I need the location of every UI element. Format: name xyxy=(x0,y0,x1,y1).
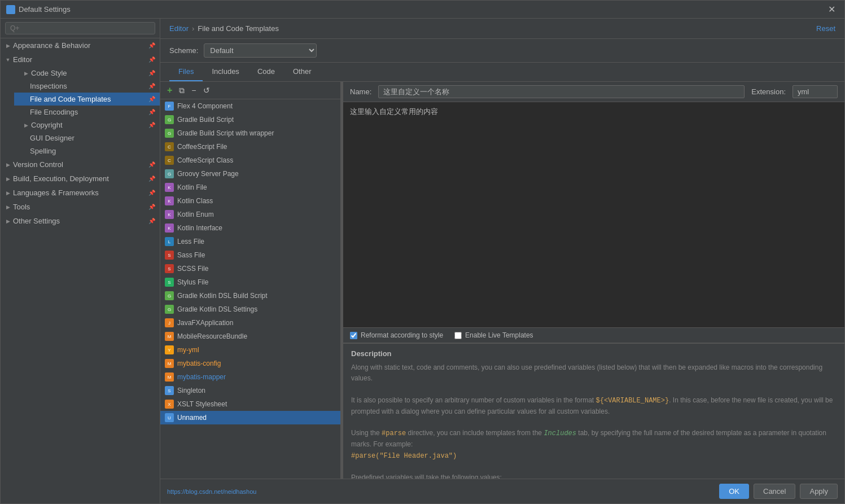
file-list-panel: + ⧉ − ↺ F Flex 4 Component G Gradle Buil… xyxy=(160,82,341,479)
add-template-button[interactable]: + xyxy=(165,84,174,97)
breadcrumb-parent[interactable]: Editor xyxy=(169,24,189,33)
tab-includes[interactable]: Includes xyxy=(203,63,248,81)
groovy-icon: G xyxy=(165,169,174,178)
tab-code[interactable]: Code xyxy=(248,63,284,81)
file-item-kotlin-file[interactable]: K Kotlin File xyxy=(160,181,340,194)
file-item-gradle-kotlin-settings[interactable]: G Gradle Kotlin DSL Settings xyxy=(160,303,340,316)
file-item-groovy[interactable]: G Groovy Server Page xyxy=(160,167,340,181)
sidebar-item-file-and-code-templates[interactable]: File and Code Templates 📌 xyxy=(14,93,160,106)
file-item-name: Flex 4 Component xyxy=(177,102,233,110)
description-text: Along with static text, code and comment… xyxy=(351,362,837,479)
gradle-icon: G xyxy=(165,115,174,124)
file-item-singleton[interactable]: S Singleton xyxy=(160,384,340,397)
file-item-javafx[interactable]: J JavaFXApplication xyxy=(160,316,340,330)
sidebar-item-spelling[interactable]: Spelling xyxy=(14,144,160,157)
search-input[interactable] xyxy=(5,22,155,34)
file-item-kotlin-enum[interactable]: K Kotlin Enum xyxy=(160,208,340,221)
file-item-name: CoffeeScript Class xyxy=(177,156,233,164)
file-item-name: Groovy Server Page xyxy=(177,170,239,178)
reformat-checkbox-input[interactable] xyxy=(350,332,357,339)
description-text4: Predefined variables will take the follo… xyxy=(351,474,502,479)
file-item-gradle-build[interactable]: G Gradle Build Script xyxy=(160,113,340,126)
file-item-unnamed[interactable]: U Unnamed xyxy=(160,411,340,424)
sidebar-item-label: Code Style xyxy=(31,69,146,77)
less-icon: L xyxy=(165,237,174,246)
title-bar: Default Settings ✕ xyxy=(1,1,844,19)
sidebar-item-label: Tools xyxy=(13,203,146,211)
pin-icon: 📌 xyxy=(148,109,155,115)
close-button[interactable]: ✕ xyxy=(825,3,839,16)
file-item-scss[interactable]: S SCSS File xyxy=(160,262,340,275)
file-item-coffeescript-file[interactable]: C CoffeeScript File xyxy=(160,140,340,154)
scheme-select[interactable]: Default Project xyxy=(204,43,317,58)
file-item-my-yml[interactable]: Y my-yml xyxy=(160,343,340,357)
reset-template-button[interactable]: ↺ xyxy=(201,85,212,96)
delete-template-button[interactable]: − xyxy=(189,85,198,96)
pin-icon: 📌 xyxy=(148,42,155,49)
file-item-xslt[interactable]: X XSLT Stylesheet xyxy=(160,397,340,411)
name-input[interactable] xyxy=(378,85,745,98)
chevron-down-icon: ▼ xyxy=(5,57,11,63)
file-item-name: Singleton xyxy=(177,387,205,395)
file-item-mobile[interactable]: M MobileResourceBundle xyxy=(160,330,340,343)
file-list: F Flex 4 Component G Gradle Build Script… xyxy=(160,99,340,479)
file-item-stylus[interactable]: S Stylus File xyxy=(160,275,340,289)
file-list-toolbar: + ⧉ − ↺ xyxy=(160,82,340,99)
sidebar-item-version-control[interactable]: ▶ Version Control 📌 xyxy=(1,157,160,172)
sidebar-item-gui-designer[interactable]: GUI Designer xyxy=(14,132,160,144)
name-ext-row: Name: Extension: xyxy=(343,82,844,102)
sidebar-item-code-style[interactable]: ▶ Code Style 📌 xyxy=(14,67,160,80)
options-row: Reformat according to style Enable Live … xyxy=(343,327,844,343)
sidebar-item-tools[interactable]: ▶ Tools 📌 xyxy=(1,200,160,214)
sidebar-item-other-settings[interactable]: ▶ Other Settings 📌 xyxy=(1,214,160,228)
file-item-mybatis-config[interactable]: M mybatis-config xyxy=(160,357,340,370)
file-item-gradle-wrapper[interactable]: G Gradle Build Script with wrapper xyxy=(160,126,340,140)
sidebar-item-build-execution[interactable]: ▶ Build, Execution, Deployment 📌 xyxy=(1,172,160,186)
file-item-less[interactable]: L Less File xyxy=(160,235,340,248)
sidebar-item-editor[interactable]: ▼ Editor 📌 xyxy=(1,52,160,67)
file-item-gradle-kotlin-dsl[interactable]: G Gradle Kotlin DSL Build Script xyxy=(160,289,340,303)
file-item-sass[interactable]: S Sass File xyxy=(160,248,340,262)
sidebar-item-file-encodings[interactable]: File Encodings 📌 xyxy=(14,106,160,119)
sidebar-item-label: Appearance & Behavior xyxy=(13,41,146,50)
live-templates-checkbox-input[interactable] xyxy=(454,332,462,339)
sidebar-item-label: GUI Designer xyxy=(30,134,155,142)
coffee-icon: C xyxy=(165,142,174,151)
yml-icon: Y xyxy=(165,345,174,354)
ok-button[interactable]: OK xyxy=(719,484,749,499)
tab-other[interactable]: Other xyxy=(284,63,321,81)
sidebar-item-languages-frameworks[interactable]: ▶ Languages & Frameworks 📌 xyxy=(1,186,160,200)
sidebar-item-appearance-behavior[interactable]: ▶ Appearance & Behavior 📌 xyxy=(1,38,160,52)
extension-input[interactable] xyxy=(793,85,838,98)
main-content: ▶ Appearance & Behavior 📌 ▼ Editor 📌 ▶ C… xyxy=(1,19,844,503)
file-item-name: XSLT Stylesheet xyxy=(177,400,227,408)
unnamed-icon: U xyxy=(165,413,174,422)
sidebar-item-label: Languages & Frameworks xyxy=(13,189,146,197)
live-templates-checkbox[interactable]: Enable Live Templates xyxy=(454,331,533,339)
sidebar-item-copyright[interactable]: ▶ Copyright 📌 xyxy=(14,119,160,132)
pin-icon: 📌 xyxy=(148,218,155,224)
chevron-right-icon: ▶ xyxy=(23,71,29,76)
code-editor[interactable]: 这里输入自定义常用的内容 xyxy=(343,102,844,327)
file-item-name: Less File xyxy=(177,238,204,246)
file-item-name: mybatis-config xyxy=(177,360,221,367)
reset-button[interactable]: Reset xyxy=(816,24,835,33)
file-item-name: Gradle Build Script xyxy=(177,116,234,124)
sidebar-item-inspections[interactable]: Inspections 📌 xyxy=(14,80,160,93)
pin-icon: 📌 xyxy=(148,190,155,196)
file-item-kotlin-interface[interactable]: K Kotlin Interface xyxy=(160,221,340,235)
pin-icon: 📌 xyxy=(148,176,155,182)
description-text3: Using the #parse directive, you can incl… xyxy=(351,429,826,448)
file-item-kotlin-class[interactable]: K Kotlin Class xyxy=(160,194,340,208)
file-item-mybatis-mapper[interactable]: M mybatis-mapper xyxy=(160,370,340,384)
reformat-checkbox[interactable]: Reformat according to style xyxy=(350,331,443,339)
file-item-flex4[interactable]: F Flex 4 Component xyxy=(160,99,340,113)
file-item-name: Stylus File xyxy=(177,278,208,286)
cancel-button[interactable]: Cancel xyxy=(754,484,795,499)
pin-icon: 📌 xyxy=(148,204,155,210)
tab-files[interactable]: Files xyxy=(169,63,203,81)
apply-button[interactable]: Apply xyxy=(800,484,838,499)
copy-template-button[interactable]: ⧉ xyxy=(177,85,187,97)
coffee-icon: C xyxy=(165,156,174,165)
file-item-coffeescript-class[interactable]: C CoffeeScript Class xyxy=(160,154,340,167)
